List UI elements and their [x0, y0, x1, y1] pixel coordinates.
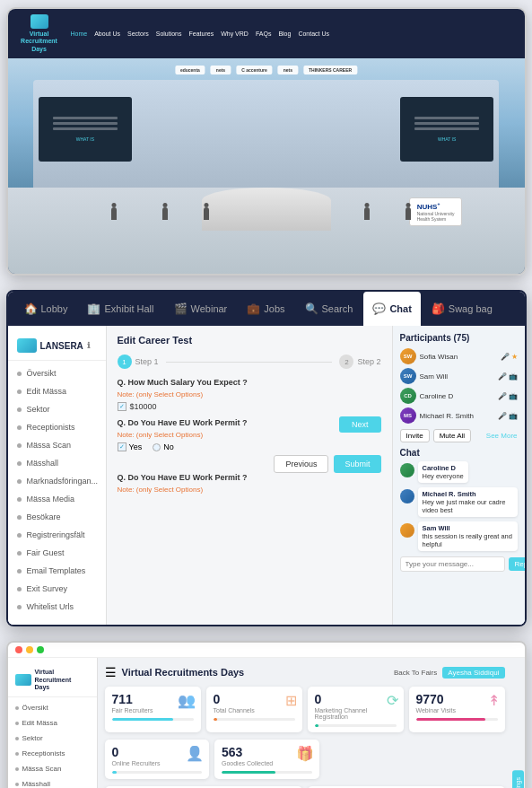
- btn-mute-all[interactable]: Mute All: [433, 429, 471, 442]
- nav-exhibit[interactable]: 🏢 Exhibit Hall: [78, 292, 162, 326]
- sidebar-item-sektor[interactable]: Sektor: [8, 400, 106, 418]
- q1-checkbox[interactable]: ✓: [118, 402, 126, 411]
- dash-sidebar-massahall[interactable]: Mässhall: [8, 776, 97, 788]
- nav-chat-label: Chat: [389, 303, 411, 314]
- topbar-right: Back To Fairs Ayesha Siddiqui: [394, 667, 505, 679]
- btn-submit[interactable]: Submit: [334, 455, 380, 473]
- sidebar-dot: [17, 515, 22, 520]
- sidebar-item-emailtemplates[interactable]: Email Templates: [8, 562, 106, 580]
- minimize-button[interactable]: [26, 646, 33, 653]
- website-nav-links: Home About Us Sectors Solutions Features…: [71, 31, 330, 37]
- q2-no[interactable]: No: [153, 442, 174, 451]
- nav-whyvrd[interactable]: Why VRD: [221, 31, 249, 37]
- nav-home[interactable]: Home: [71, 31, 88, 37]
- nav-jobs-label: Jobs: [264, 303, 284, 314]
- mic-icon: 🎤: [498, 372, 507, 381]
- sidebar-item-massascan[interactable]: Mässa Scan: [8, 436, 106, 454]
- sidebar-label: Exit Survey: [27, 584, 68, 593]
- sidebar-item-massahall[interactable]: Mässhall: [8, 454, 106, 472]
- btn-previous[interactable]: Previous: [274, 455, 328, 473]
- dash-sidebar-overview[interactable]: Översikt: [8, 700, 97, 715]
- nav-features[interactable]: Features: [189, 31, 214, 37]
- sidebar-item-overview[interactable]: Översikt: [8, 364, 106, 382]
- event-settings-tab[interactable]: Event Settings: [512, 770, 524, 788]
- q3-note: Note: (only Select Options): [118, 486, 381, 494]
- stats-row-2: 👤 0 Online Recruiters 🎁 563 Goodies Coll…: [105, 740, 505, 779]
- q2-no-radio[interactable]: [153, 443, 161, 451]
- dash-sidebar-editmassa[interactable]: Edit Mässa: [8, 715, 97, 731]
- dashboard-app: VirtualRecruitmentDays Översikt Edit Mäs…: [8, 658, 525, 788]
- sidebar-item-massamedia[interactable]: Mässa Media: [8, 490, 106, 508]
- nav-faqs[interactable]: FAQs: [256, 31, 272, 37]
- sidebar-label: Email Templates: [27, 566, 86, 575]
- nav-swagbag[interactable]: 🎒 Swag bag: [423, 292, 501, 326]
- stat-number: 9770: [416, 692, 498, 706]
- maximize-button[interactable]: [37, 646, 44, 653]
- nav-jobs[interactable]: 💼 Jobs: [238, 292, 293, 326]
- sidebar-item-registreringsfalt[interactable]: Registreringsfält: [8, 526, 106, 544]
- logo-text: Virtual Recruitment Days: [19, 31, 60, 53]
- sidebar-item-besokare[interactable]: Besökare: [8, 508, 106, 526]
- sidebar-item-whitelist[interactable]: Whitelist Urls: [8, 598, 106, 616]
- chat-section-title: Chat: [400, 448, 518, 458]
- q2-yes-check[interactable]: ✓: [118, 442, 126, 451]
- dash-brand: VirtualRecruitmentDays: [8, 665, 97, 697]
- nav-lobby[interactable]: 🏠 Lobby: [15, 292, 77, 326]
- nav-contact[interactable]: Contact Us: [298, 31, 329, 37]
- participant-avatar: MS: [400, 407, 416, 424]
- participant-avatar: CD: [400, 388, 416, 404]
- steps-bar: 1 Step 1 2 Step 2: [118, 355, 381, 369]
- step-divider: [166, 362, 333, 363]
- nav-solutions[interactable]: Solutions: [156, 31, 182, 37]
- stat-webinar: ↟ 9770 Webinar Visits: [409, 687, 505, 732]
- btn-next[interactable]: Next: [339, 416, 381, 433]
- sidebar-label: Mässa Scan: [22, 765, 62, 773]
- sidebar-item-exitsurvey[interactable]: Exit Survey: [8, 580, 106, 598]
- nuhs-subtitle: National UniversityHealth System: [417, 211, 455, 222]
- dash-sidebar-receptionists[interactable]: Receptionists: [8, 746, 97, 761]
- participant-row: SW Sam Will 🎤 📺: [400, 368, 518, 384]
- nav-about[interactable]: About Us: [94, 31, 120, 37]
- hamburger-icon[interactable]: ☰: [105, 665, 117, 679]
- middle-app-wrapper: 🏠 Lobby 🏢 Exhibit Hall 🎬 Webinar 💼 Jobs …: [0, 290, 532, 626]
- right-panel: Participants (75) SW Sofia Wisan 🎤 ★ SW …: [392, 326, 525, 625]
- chat-sender: Caroline D: [423, 464, 464, 472]
- btn-reply[interactable]: Reply: [509, 557, 527, 571]
- app-sidebar: LANSERA ℹ Översikt Edit Mässa Sektor: [8, 326, 107, 625]
- stat-marketing: ⟳ 0 Marketing Channel Registration: [308, 687, 404, 732]
- dash-brand-name: VirtualRecruitmentDays: [35, 669, 72, 691]
- sidebar-dot: [15, 722, 19, 725]
- mic-icon: 🎤: [501, 353, 510, 361]
- q2-yes[interactable]: ✓ Yes: [118, 442, 143, 451]
- chat-text: Hey we just make our cadre video best: [423, 498, 513, 514]
- sidebar-item-marketing[interactable]: Marknadsföringan...: [8, 472, 106, 490]
- dash-sidebar-massascan[interactable]: Mässa Scan: [8, 761, 97, 776]
- nav-sectors[interactable]: Sectors: [127, 31, 149, 37]
- sidebar-item-fairguest[interactable]: Fair Guest: [8, 544, 106, 562]
- back-to-fairs-link[interactable]: Back To Fairs: [394, 669, 437, 677]
- nav-blog[interactable]: Blog: [278, 31, 291, 37]
- participant-actions: Invite Mute All See More: [400, 429, 518, 442]
- chat-avatar: [400, 463, 414, 477]
- nav-search[interactable]: 🔍 Search: [296, 292, 362, 326]
- chat-input[interactable]: [400, 556, 505, 572]
- chat-text: Hey everyone: [423, 472, 464, 480]
- sidebar-item-editmassa[interactable]: Edit Mässa: [8, 382, 106, 400]
- chat-avatar: [400, 489, 414, 503]
- nav-chat[interactable]: 💬 Chat: [363, 292, 420, 326]
- close-button[interactable]: [15, 646, 22, 653]
- sidebar-dot: [17, 533, 22, 538]
- nuhs-logo: NUHS+ National UniversityHealth System: [409, 197, 463, 227]
- sidebar-label: Marknadsföringan...: [27, 477, 99, 486]
- nav-webinar[interactable]: 🎬 Webinar: [165, 292, 237, 326]
- chat-icon: 💬: [372, 302, 386, 315]
- channels-icon: ⊞: [285, 692, 297, 709]
- sidebar-dot: [17, 372, 22, 376]
- q2-yes-label: Yes: [129, 442, 143, 451]
- exhibit-icon: 🏢: [87, 302, 100, 315]
- btn-invite[interactable]: Invite: [400, 429, 430, 442]
- sidebar-item-receptionists[interactable]: Receptionists: [8, 418, 106, 436]
- see-more-link[interactable]: See More: [486, 432, 518, 440]
- stat-total-channels: ⊞ 0 Total Channels: [206, 687, 302, 732]
- dash-sidebar-sektor[interactable]: Sektor: [8, 731, 97, 746]
